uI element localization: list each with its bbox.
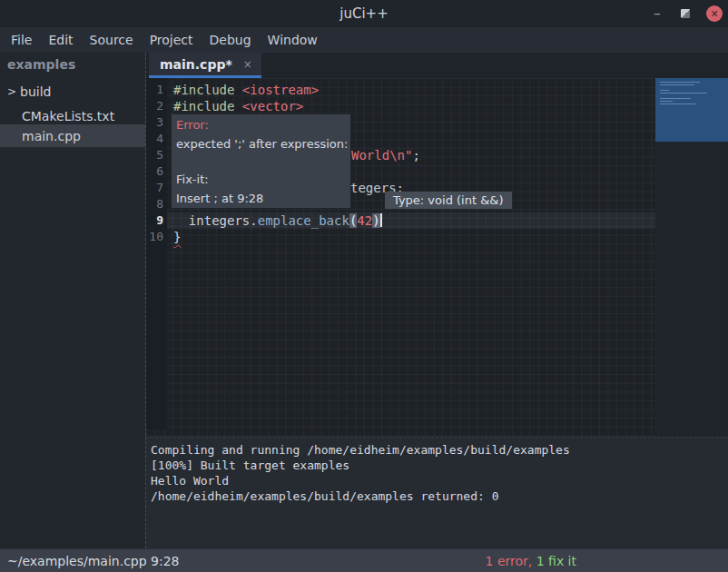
line-number: 4 xyxy=(146,131,163,147)
output-terminal[interactable]: Compiling and running /home/eidheim/exam… xyxy=(146,437,728,548)
fixit-message: Insert ; at 9:28 xyxy=(176,192,350,205)
menu-item-file[interactable]: File xyxy=(10,31,33,49)
sidebar-item-label: build xyxy=(20,84,51,99)
menu-item-source[interactable]: Source xyxy=(89,31,134,49)
fixit-count: 1 fix it xyxy=(536,554,576,568)
minimize-icon[interactable]: – xyxy=(650,9,664,18)
chevron-right-icon[interactable]: > xyxy=(7,85,20,98)
app-window: juCi++ – ✕ FileEditSourceProjectDebugWin… xyxy=(0,0,728,572)
minimap-line xyxy=(660,90,669,91)
terminal-line: Compiling and running /home/eidheim/exam… xyxy=(151,442,728,458)
code-segment: #include xyxy=(173,99,242,113)
line-number: 2 xyxy=(146,98,163,114)
diagnostics-status: 1 error, 1 fix it xyxy=(486,554,576,568)
terminal-line: Hello World xyxy=(151,473,728,488)
code-segment: } xyxy=(173,230,181,244)
menu-item-window[interactable]: Window xyxy=(267,31,319,49)
line-number-gutter: 12345678910 xyxy=(146,78,167,429)
minimap-line xyxy=(660,82,700,83)
tab-label: main.cpp* xyxy=(160,57,232,72)
sidebar-item-label: CMakeLists.txt xyxy=(22,109,114,123)
close-icon[interactable]: ✕ xyxy=(706,5,723,22)
code-line[interactable]: integers.emplace_back(42) xyxy=(167,212,382,229)
code-editor[interactable]: 12345678910 #include <iostream>#include … xyxy=(146,78,728,437)
line-number: 6 xyxy=(146,163,163,180)
menu-item-project[interactable]: Project xyxy=(149,31,194,49)
type-tooltip: Type: void (int &&) xyxy=(385,192,512,209)
line-number: 7 xyxy=(146,180,163,196)
line-number: 10 xyxy=(146,229,163,245)
line-number: 5 xyxy=(146,147,163,163)
tab-bar: main.cpp* × xyxy=(146,53,728,78)
minimap-line xyxy=(660,101,673,102)
code-segment: #include xyxy=(173,83,242,97)
minimap-column[interactable] xyxy=(655,78,728,437)
terminal-line: [100%] Built target examples xyxy=(151,458,728,473)
status-bar: ~/examples/main.cpp 9:28 1 error, 1 fix … xyxy=(0,548,728,572)
sidebar-item-main-cpp[interactable]: main.cpp xyxy=(0,124,145,147)
code-segment: emplace_back xyxy=(258,213,349,228)
code-segment: ) xyxy=(372,213,379,228)
terminal-line: /home/eidheim/examples/build/examples re… xyxy=(151,488,728,504)
sidebar-item-build[interactable]: >build xyxy=(0,80,145,103)
code-line[interactable]: } xyxy=(167,229,181,245)
minimap-line xyxy=(660,104,696,104)
error-tooltip-message: expected ';' after expression: xyxy=(176,137,350,151)
code-line[interactable]: World\n"; xyxy=(351,147,420,163)
minimap-line xyxy=(660,93,707,94)
sidebar-item-label: main.cpp xyxy=(22,129,81,143)
line-number: 9 xyxy=(146,212,163,229)
code-line[interactable]: #include <iostream> xyxy=(167,82,319,98)
error-count: 1 error, xyxy=(486,554,533,568)
minimap-viewport[interactable] xyxy=(655,78,728,142)
error-tooltip: Error: expected ';' after expression: Fi… xyxy=(172,114,350,208)
window-controls: – ✕ xyxy=(650,0,723,27)
menu-bar: FileEditSourceProjectDebugWindow xyxy=(0,27,728,53)
code-segment: integers. xyxy=(173,213,258,228)
code-segment: World\n" xyxy=(351,148,412,163)
line-number: 8 xyxy=(146,196,163,212)
line-number: 3 xyxy=(146,114,163,131)
minimap-line xyxy=(660,84,694,85)
file-tree-sidebar: examples >buildCMakeLists.txtmain.cpp xyxy=(0,53,145,548)
code-segment: ; xyxy=(412,148,419,163)
file-location-status: ~/examples/main.cpp 9:28 xyxy=(7,554,180,568)
text-cursor xyxy=(380,213,382,227)
menu-item-edit[interactable]: Edit xyxy=(47,31,74,49)
project-name: examples xyxy=(0,53,145,76)
code-segment: <vector> xyxy=(242,99,303,113)
error-tooltip-title: Error: xyxy=(176,118,350,132)
code-line[interactable]: #include <vector> xyxy=(167,98,303,114)
code-segment: 42 xyxy=(357,213,372,228)
tab-close-icon[interactable]: × xyxy=(243,58,252,71)
window-title: juCi++ xyxy=(339,5,388,22)
line-number: 1 xyxy=(146,82,163,98)
restore-icon[interactable] xyxy=(681,9,690,18)
minimap-line xyxy=(660,98,691,99)
tab-main-cpp[interactable]: main.cpp* × xyxy=(149,53,261,78)
menu-item-debug[interactable]: Debug xyxy=(209,31,252,49)
fixit-label: Fix-it: xyxy=(176,173,350,186)
code-segment: <iostream> xyxy=(242,83,319,97)
title-bar[interactable]: juCi++ – ✕ xyxy=(0,0,728,27)
